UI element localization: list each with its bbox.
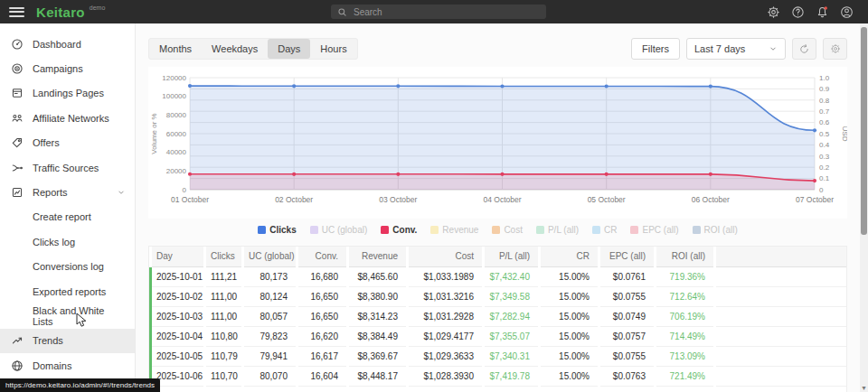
column-header-roi-all[interactable]: ROI (all) [656,247,715,266]
search-icon [337,7,347,17]
legend-label: Conv. [392,225,417,235]
svg-text:60000: 60000 [166,130,187,138]
legend-item-conv[interactable]: Conv. [381,225,417,235]
column-header-revenue[interactable]: Revenue [348,247,408,266]
help-icon[interactable] [791,5,805,19]
chart-settings-button[interactable] [823,38,847,60]
sidebar-item-trends[interactable]: Trends [0,329,135,353]
table-cell-filler [715,386,847,392]
sidebar-item-clicks-log[interactable]: Clicks log [0,229,135,254]
trends-table-wrap: DayClicksUC (global)Conv.RevenueCostP/L … [148,246,847,392]
column-header-p-l-all[interactable]: P/L (all) [484,247,540,266]
sidebar-item-conversions-log[interactable]: Conversions log [0,255,135,279]
sidebar-item-label: Trends [33,335,63,346]
svg-text:03 October: 03 October [379,195,417,204]
svg-text:80000: 80000 [166,111,187,119]
tab-hours[interactable]: Hours [310,39,356,59]
table-cell: 16,620 [297,326,348,346]
table-cell: $7,432.40 [484,266,540,286]
sidebar-item-exported-reports[interactable]: Exported reports [0,279,135,303]
logo-demo-badge: demo [90,5,106,11]
table-cell: $4,261.50 [484,386,540,392]
table-cell-filler [715,286,847,306]
column-header-epc-all[interactable]: EPC (all) [599,247,656,266]
controls-row: MonthsWeekdaysDaysHours Filters Last 7 d… [148,38,847,60]
domains-icon [11,359,24,372]
svg-text:0.5: 0.5 [819,130,830,138]
sidebar-item-label: Offers [33,137,60,148]
column-header-cr[interactable]: CR [540,247,599,266]
table-cell: 15.00% [540,366,599,386]
column-header-cost[interactable]: Cost [408,247,484,266]
search-input[interactable] [347,6,540,18]
svg-text:0.1: 0.1 [819,174,830,182]
dashboard-icon [11,38,24,51]
sidebar-item-label: Affiliate Networks [33,113,109,124]
table-cell: 721.52% [656,386,715,392]
sidebar-item-offers[interactable]: Offers [0,131,135,155]
table-cell: 2025-10-04 [151,326,205,346]
scrollbar-thumb[interactable] [861,27,867,235]
table-cell: 79,823 [243,326,297,346]
table-cell: 16,650 [297,306,348,326]
filters-button[interactable]: Filters [631,38,680,60]
legend-item-roi-all[interactable]: ROI (all) [693,225,738,235]
sidebar-item-affiliate-networks[interactable]: Affiliate Networks [0,106,135,130]
table-cell: $1,029.4177 [408,326,484,346]
table-cell: $1,031.2928 [408,306,484,326]
table-cell: $1,028.3930 [408,366,484,386]
column-header-clicks[interactable]: Clicks [205,247,243,266]
svg-text:0.8: 0.8 [819,97,830,105]
notifications-icon[interactable] [816,5,829,19]
settings-icon[interactable] [767,5,780,19]
sidebar-item-black-and-white-lists[interactable]: Black and White Lists [0,303,135,328]
account-icon[interactable] [840,5,854,19]
table-cell: 15.00% [540,306,599,326]
tab-weekdays[interactable]: Weekdays [202,39,268,59]
sidebar-item-reports[interactable]: Reports [0,180,135,204]
tab-months[interactable]: Months [149,39,202,59]
legend-item-revenue[interactable]: Revenue [430,225,478,235]
legend-item-clicks[interactable]: Clicks [258,225,296,235]
date-range-select[interactable]: Last 7 days [686,38,786,60]
column-header-conv[interactable]: Conv. [297,247,348,266]
menu-icon[interactable] [9,5,24,19]
tab-days[interactable]: Days [268,39,310,59]
sidebar-item-landings-pages[interactable]: Landings Pages [0,81,135,106]
column-header-day[interactable]: Day [151,247,205,266]
column-header-uc-global[interactable]: UC (global) [243,247,297,266]
legend-swatch [693,226,701,234]
table-cell: 713.09% [656,346,715,366]
sidebar-item-dashboard[interactable]: Dashboard [0,32,135,56]
svg-text:0.2: 0.2 [819,163,830,172]
legend-item-epc-all[interactable]: EPC (all) [630,225,678,235]
table-cell: 63,59 [205,386,243,392]
svg-text:05 October: 05 October [588,195,626,204]
legend-item-uc-global[interactable]: UC (global) [310,225,368,235]
legend-label: CR [604,225,617,235]
refresh-button[interactable] [792,38,816,60]
topbar: Keitaro demo [0,0,868,23]
table-cell: $7,282.94 [484,306,540,326]
table-cell: $8,465.60 [348,266,408,286]
sidebar-item-create-report[interactable]: Create report [0,205,135,229]
sidebar-item-domains[interactable]: Domains [0,353,135,378]
table-cell: 110,70 [205,366,243,386]
svg-text:02 October: 02 October [275,195,313,204]
sidebar-item-label: Landings Pages [33,88,104,98]
sidebar-item-traffic-sources[interactable]: Traffic Sources [0,155,135,180]
table-cell: 111,00 [205,286,243,306]
legend-item-p-l-all[interactable]: P/L (all) [536,225,579,235]
table-row: 2025-10-02111,0080,12416,650$8,380.90$1,… [151,286,847,306]
sidebar-item-campaigns[interactable]: Campaigns [0,56,135,80]
table-cell: $590.6101 [408,386,484,392]
table-cell: $7,419.78 [484,366,540,386]
app-logo: Keitaro [36,5,85,20]
app-window: Keitaro demo DashboardCampaignsLandings … [0,0,868,392]
table-cell: $7,355.07 [484,326,540,346]
page-scrollbar[interactable]: ▼ [860,23,868,392]
table-cell: $8,369.67 [348,346,408,366]
scrollbar-down-arrow[interactable]: ▼ [860,385,868,391]
legend-item-cr[interactable]: CR [592,225,617,235]
legend-item-cost[interactable]: Cost [492,225,523,235]
